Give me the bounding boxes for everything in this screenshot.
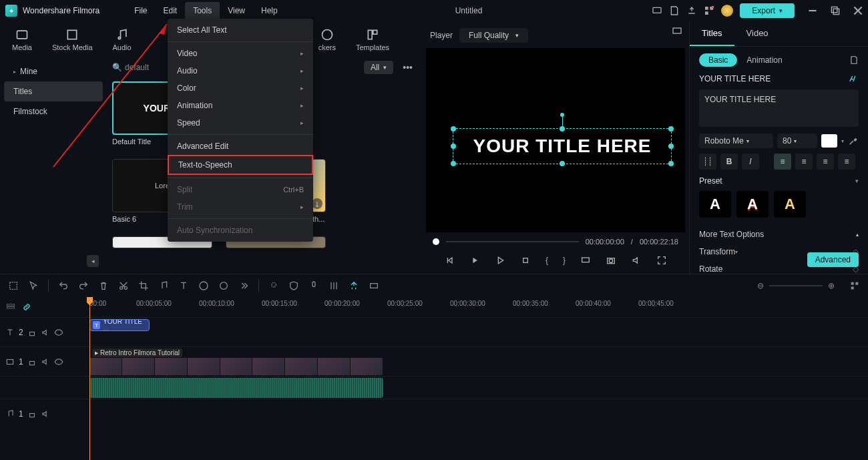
eyedropper-icon[interactable] bbox=[848, 136, 859, 146]
fit-icon[interactable] bbox=[849, 280, 860, 291]
more-button[interactable]: ••• bbox=[399, 60, 417, 75]
mute-icon[interactable] bbox=[41, 357, 50, 367]
scrub-playhead[interactable] bbox=[433, 238, 439, 245]
save-preset-icon[interactable] bbox=[849, 55, 859, 65]
resize-handle[interactable] bbox=[451, 144, 456, 149]
track-head-t2[interactable]: 2 bbox=[0, 317, 87, 347]
dd-color[interactable]: Color▸ bbox=[168, 79, 313, 97]
ai-icon[interactable] bbox=[848, 73, 859, 84]
dd-speed[interactable]: Speed▸ bbox=[168, 114, 313, 132]
search-input[interactable]: 🔍default bbox=[112, 63, 149, 72]
tab-titles[interactable]: Titles bbox=[690, 21, 734, 46]
prev-icon[interactable] bbox=[444, 255, 455, 266]
subtab-animation[interactable]: Animation bbox=[746, 55, 782, 65]
preset-2[interactable]: A bbox=[736, 191, 769, 218]
advanced-button[interactable]: Advanced bbox=[807, 252, 859, 267]
color-swatch[interactable] bbox=[821, 134, 837, 148]
bold-button[interactable]: B bbox=[720, 154, 738, 170]
tab-media[interactable]: Media bbox=[5, 25, 39, 54]
clip-audio-wave[interactable] bbox=[89, 378, 383, 398]
dd-text-to-speech[interactable]: Text-to-Speech bbox=[168, 155, 313, 175]
user-avatar-icon[interactable] bbox=[721, 5, 733, 17]
text-icon[interactable] bbox=[178, 280, 189, 291]
chevron-down-icon[interactable]: ▾ bbox=[855, 178, 859, 184]
align-justify-icon[interactable]: ≡ bbox=[838, 154, 855, 170]
font-family-select[interactable]: Roboto Me▾ bbox=[699, 134, 773, 148]
filter-all-dropdown[interactable]: All▾ bbox=[364, 61, 393, 74]
snapshot-icon[interactable] bbox=[672, 25, 682, 36]
resize-handle[interactable] bbox=[451, 126, 456, 132]
tab-stickers[interactable]: ckers bbox=[312, 25, 343, 54]
menu-edit[interactable]: Edit bbox=[156, 2, 186, 19]
dd-animation[interactable]: Animation▸ bbox=[168, 97, 313, 114]
camera-icon[interactable] bbox=[606, 255, 616, 266]
eye-icon[interactable] bbox=[54, 328, 63, 337]
quality-dropdown[interactable]: Full Quality▾ bbox=[459, 28, 528, 43]
display-icon[interactable] bbox=[652, 5, 662, 16]
dd-select-all-text[interactable]: Select All Text bbox=[168, 21, 313, 39]
preset-1[interactable]: A bbox=[699, 191, 731, 218]
track-head-t1[interactable]: 1 bbox=[0, 347, 87, 376]
mute-icon[interactable] bbox=[41, 409, 50, 419]
mute-icon[interactable] bbox=[41, 328, 50, 337]
marker-icon[interactable] bbox=[268, 280, 279, 291]
shield-icon[interactable] bbox=[288, 280, 299, 291]
lock-icon[interactable] bbox=[27, 328, 37, 337]
mark-in-icon[interactable]: { bbox=[546, 256, 548, 265]
cut-icon[interactable] bbox=[118, 280, 129, 291]
stop-icon[interactable] bbox=[520, 255, 531, 266]
resize-handle[interactable] bbox=[451, 161, 456, 166]
download-icon[interactable]: ↓ bbox=[312, 198, 322, 209]
crop-icon[interactable] bbox=[138, 280, 149, 291]
tab-video[interactable]: Video bbox=[734, 21, 781, 46]
track-head-a1[interactable]: 1 bbox=[0, 399, 87, 428]
menu-view[interactable]: View bbox=[220, 2, 253, 19]
tab-audio[interactable]: Audio bbox=[106, 25, 138, 54]
sidebar-collapse-icon[interactable]: ◂ bbox=[87, 255, 99, 267]
music-icon[interactable] bbox=[158, 280, 169, 291]
maximize-icon[interactable] bbox=[831, 6, 840, 15]
scrub-bar[interactable] bbox=[446, 241, 579, 242]
mixer-icon[interactable] bbox=[329, 280, 339, 291]
zoom-in-icon[interactable]: ⊕ bbox=[828, 281, 835, 290]
resize-handle[interactable] bbox=[668, 144, 674, 149]
step-back-icon[interactable] bbox=[469, 255, 480, 266]
timeline-ruler[interactable]: 00:00 00:00:05:00 00:00:10:00 00:00:15:0… bbox=[87, 297, 868, 317]
save-icon[interactable] bbox=[669, 5, 680, 16]
sidebar-item-filmstock[interactable]: Filmstock bbox=[4, 101, 103, 122]
preview-canvas[interactable]: YOUR TITLE HERE bbox=[426, 48, 685, 232]
fullscreen-icon[interactable] bbox=[656, 255, 667, 266]
dd-audio[interactable]: Audio▸ bbox=[168, 62, 313, 79]
subtab-basic[interactable]: Basic bbox=[699, 53, 737, 67]
export-button[interactable]: Export▾ bbox=[740, 3, 795, 18]
track-a1[interactable] bbox=[87, 399, 868, 428]
minimize-icon[interactable] bbox=[808, 6, 817, 15]
menu-help[interactable]: Help bbox=[253, 2, 286, 19]
track-head-wave[interactable] bbox=[0, 376, 87, 399]
mic-icon[interactable] bbox=[308, 280, 319, 291]
sidebar-item-titles[interactable]: Titles bbox=[4, 81, 103, 101]
track-manager-icon[interactable] bbox=[5, 302, 16, 312]
track-t2[interactable]: YOUR TITLE ... bbox=[87, 317, 868, 347]
tab-templates[interactable]: Templates bbox=[349, 25, 396, 54]
lock-icon[interactable] bbox=[27, 357, 37, 367]
resize-handle[interactable] bbox=[668, 126, 674, 132]
volume-icon[interactable] bbox=[631, 255, 642, 266]
track-t1[interactable]: Retro Intro Filmora Tutorial bbox=[87, 347, 868, 376]
marquee-icon[interactable] bbox=[8, 280, 19, 291]
more-text-options[interactable]: More Text Options▴ bbox=[699, 226, 859, 243]
dd-video[interactable]: Video▸ bbox=[168, 45, 313, 62]
align-left-icon[interactable]: ≡ bbox=[774, 154, 791, 170]
link-icon[interactable] bbox=[21, 302, 32, 312]
color-icon[interactable] bbox=[218, 280, 229, 291]
eye-icon[interactable] bbox=[54, 357, 63, 367]
lock-icon[interactable] bbox=[27, 409, 37, 419]
redo-icon[interactable] bbox=[78, 280, 89, 291]
cursor-icon[interactable] bbox=[28, 280, 39, 291]
delete-icon[interactable] bbox=[98, 280, 109, 291]
timeline-playhead[interactable] bbox=[89, 297, 90, 460]
italic-button[interactable]: I bbox=[742, 154, 759, 170]
tab-stock-media[interactable]: Stock Media bbox=[45, 25, 99, 54]
zoom-slider[interactable] bbox=[769, 285, 823, 286]
clip-video[interactable] bbox=[89, 358, 383, 375]
